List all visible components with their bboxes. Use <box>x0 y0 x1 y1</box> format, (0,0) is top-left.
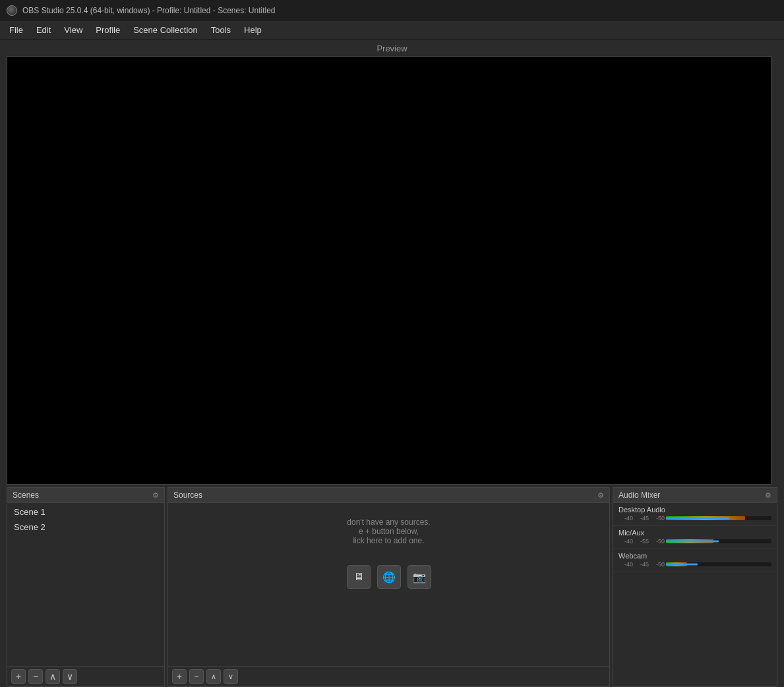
audio-meter-0 <box>666 516 771 520</box>
audio-blue-bar-1 <box>666 541 719 543</box>
audio-channel-1: Mic/Aux-40-55-50 <box>613 526 777 549</box>
camera-icon-btn[interactable]: 📷 <box>407 565 431 589</box>
remove-source-button[interactable]: − <box>189 669 204 684</box>
menu-tools[interactable]: Tools <box>206 23 236 37</box>
scenes-list: Scene 1 Scene 2 <box>7 503 164 666</box>
monitor-icon-btn[interactable]: 🖥 <box>347 565 371 589</box>
app-icon <box>7 5 17 16</box>
menu-file[interactable]: File <box>4 23 28 37</box>
scenes-panel-controls: ⚙ <box>152 491 159 500</box>
sources-panel-controls: ⚙ <box>597 491 604 500</box>
remove-scene-button[interactable]: − <box>28 669 43 684</box>
audio-label: -55 <box>634 538 649 545</box>
sources-content: don't have any sources. e + button below… <box>168 503 609 666</box>
audio-bar-row-2: -40-45-50 <box>618 561 771 568</box>
scene-item-2[interactable]: Scene 2 <box>7 520 164 535</box>
audio-blue-bar-2 <box>666 564 698 566</box>
audio-label: -50 <box>650 515 665 522</box>
audio-meter-2 <box>666 562 771 566</box>
sources-toolbar: + − ∧ ∨ <box>168 666 609 686</box>
audio-label: -40 <box>618 515 633 522</box>
audio-meter-1 <box>666 539 771 543</box>
preview-label: Preview <box>7 44 777 53</box>
audio-channel-2: Webcam-40-45-50 <box>613 549 777 572</box>
sources-panel: Sources ⚙ don't have any sources. e + bu… <box>167 487 610 687</box>
menu-edit[interactable]: Edit <box>31 23 56 37</box>
main-area: Preview Scenes ⚙ Scene 1 Scene 2 + − ∧ ∨ <box>0 40 784 687</box>
audio-label: -50 <box>650 561 665 568</box>
web-icon-btn[interactable]: 🌐 <box>377 565 401 589</box>
sources-panel-header: Sources ⚙ <box>168 488 609 503</box>
move-source-down-button[interactable]: ∨ <box>224 669 238 684</box>
audio-panel-header: Audio Mixer ⚙ <box>613 488 777 503</box>
audio-panel: Audio Mixer ⚙ Desktop Audio-40-45-50Mic/… <box>613 487 777 687</box>
menu-view[interactable]: View <box>59 23 88 37</box>
audio-label: -40 <box>618 561 633 568</box>
audio-channels: Desktop Audio-40-45-50Mic/Aux-40-55-50We… <box>613 503 777 572</box>
audio-channel-name-2: Webcam <box>618 552 771 560</box>
menu-scene-collection[interactable]: Scene Collection <box>128 23 203 37</box>
preview-section: Preview <box>0 40 784 487</box>
menu-help[interactable]: Help <box>239 23 267 37</box>
audio-panel-controls: ⚙ <box>765 491 771 500</box>
scenes-panel-header: Scenes ⚙ <box>7 488 164 503</box>
title-bar: OBS Studio 25.0.4 (64-bit, windows) - Pr… <box>0 0 784 21</box>
bottom-panels: Scenes ⚙ Scene 1 Scene 2 + − ∧ ∨ Sources… <box>0 487 784 687</box>
move-scene-down-button[interactable]: ∨ <box>63 669 77 684</box>
menu-bar: File Edit View Profile Scene Collection … <box>0 21 784 40</box>
scenes-panel: Scenes ⚙ Scene 1 Scene 2 + − ∧ ∨ <box>7 487 165 687</box>
audio-label: -45 <box>634 515 649 522</box>
audio-bar-row-0: -40-45-50 <box>618 515 771 522</box>
audio-channel-name-0: Desktop Audio <box>618 506 771 514</box>
audio-blue-bar-0 <box>666 518 729 520</box>
preview-canvas <box>7 56 771 485</box>
audio-label: -45 <box>634 561 649 568</box>
audio-channel-name-1: Mic/Aux <box>618 529 771 537</box>
scenes-toolbar: + − ∧ ∨ <box>7 666 164 686</box>
window-title: OBS Studio 25.0.4 (64-bit, windows) - Pr… <box>22 6 276 15</box>
move-source-up-button[interactable]: ∧ <box>206 669 221 684</box>
sources-empty-text: don't have any sources. e + button below… <box>168 504 609 558</box>
sources-icon-bar: 🖥 🌐 📷 <box>168 558 609 595</box>
add-scene-button[interactable]: + <box>11 669 26 684</box>
audio-channel-0: Desktop Audio-40-45-50 <box>613 503 777 526</box>
menu-profile[interactable]: Profile <box>90 23 125 37</box>
audio-bar-row-1: -40-55-50 <box>618 538 771 545</box>
audio-label: -40 <box>618 538 633 545</box>
move-scene-up-button[interactable]: ∧ <box>45 669 60 684</box>
scene-item-1[interactable]: Scene 1 <box>7 504 164 520</box>
add-source-button[interactable]: + <box>172 669 187 684</box>
audio-label: -50 <box>650 538 665 545</box>
